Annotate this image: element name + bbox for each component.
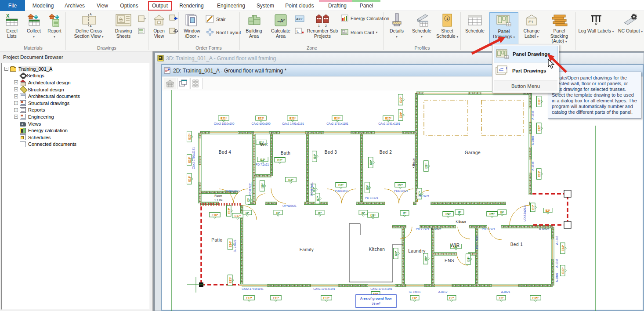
renumber-subprojects-button[interactable]: 12 Renumber Sub Projects [306, 12, 339, 46]
building-area-button[interactable]: Building Area [241, 12, 267, 46]
svg-text:I2*: I2* [247, 198, 250, 202]
tree-item-label: Structural drawings [28, 101, 69, 106]
dimension-label: PD 9x21 [419, 195, 430, 198]
panel-tag: E30* [537, 96, 543, 107]
cascade-windows-button[interactable] [177, 78, 189, 89]
dimension-label: UD 2.9x20.9 [523, 206, 526, 222]
new-sheet-icon[interactable] [138, 15, 147, 24]
sched-icon [20, 134, 26, 140]
tree-item-architectural-documents[interactable]: +Architectural documents [2, 93, 149, 100]
energy-calculation-button[interactable]: Energy Calculation [341, 14, 389, 22]
energy-calculation-icon [341, 14, 349, 22]
define-cross-section-button[interactable]: AA Define Cross Section View ▾ [68, 12, 109, 46]
nc-output-label: NC Output [618, 28, 640, 33]
tab-modeling[interactable]: Modeling [30, 0, 56, 11]
tree-expander[interactable]: + [14, 115, 18, 119]
tree-item-connected-documents[interactable]: +Connected documents [2, 141, 149, 148]
tree-expander[interactable]: + [14, 108, 18, 112]
window-3d-titlebar[interactable]: 3D: Training_001_A - Ground floor wall f… [155, 53, 644, 64]
svg-text:E6*: E6* [412, 297, 417, 300]
tree-expander[interactable]: + [14, 87, 18, 91]
tab-system[interactable]: System [254, 0, 277, 11]
sheet-schedule-button[interactable]: 1 Sheet Schedule ▾ [435, 12, 459, 46]
excel-lists-button[interactable]: X Excel Lists [2, 12, 22, 46]
collect-button[interactable]: Collect▾ [24, 12, 44, 46]
svg-text:I: I [506, 67, 507, 70]
panel-tag: I20* [369, 157, 375, 168]
profiles-schedule-button[interactable]: Schedule▾ [409, 12, 434, 46]
tab-output[interactable]: Output [148, 0, 172, 11]
panel-tag: I10* [260, 181, 266, 191]
profiles-schedule-caret: ▾ [421, 35, 423, 38]
panel-drawings-tooltip: Create/Open panel drawings for the selec… [548, 72, 641, 119]
svg-text:A=?: A=? [296, 17, 303, 21]
panel-tag: I16* [312, 151, 318, 162]
window-door-button[interactable]: Window /Door ▾ [180, 12, 204, 46]
tab-engineering[interactable]: Engineering [214, 0, 248, 11]
building-area-icon [246, 12, 262, 28]
svg-text:I3*: I3* [246, 211, 249, 214]
panel-tag: I26* [394, 248, 400, 259]
tree-item-label: Structural design [28, 87, 64, 92]
add-view-icon[interactable] [169, 14, 178, 24]
menu-item-part-drawings-label: Part Drawings [512, 68, 546, 73]
panel-tag: E25* [383, 116, 394, 122]
group-label-materials: Materials [2, 45, 65, 51]
drawing-sheets-button[interactable]: Drawing Sheets [110, 12, 137, 46]
menu-item-part-drawings[interactable]: I Part Drawings [494, 62, 557, 79]
stair-button[interactable]: Stair [206, 15, 226, 23]
tree-item-training-001-a[interactable]: −Training_001_A [2, 65, 149, 72]
nc-output-button[interactable]: NC Output ▾ [618, 12, 643, 46]
open-view-button[interactable]: Open View [149, 12, 169, 46]
report-button[interactable]: Report▾ [45, 12, 64, 46]
window-door-icon [185, 12, 199, 28]
report-label: Report [47, 28, 62, 33]
panel-tag: E1* [531, 203, 537, 212]
panel-tag: I29* [423, 253, 430, 264]
panel-stacking-icon [550, 12, 568, 28]
tree-item-schedules[interactable]: +Schedules [2, 134, 149, 141]
tree-item-settings[interactable]: +Settings [2, 72, 149, 80]
tab-archives[interactable]: Archives [62, 0, 88, 11]
tab-options[interactable]: Options [116, 0, 142, 11]
sheet-list-icon[interactable] [138, 28, 147, 36]
panel-stacking-button[interactable]: Panel Stacking (Auto) ▾ [544, 12, 574, 46]
floor-plan-canvas[interactable]: E21*E22*E23*E24*E25*E28*E27*E26*E20*E19*… [163, 89, 644, 311]
tree-item-energy-calculation[interactable]: +Energy calculation [2, 127, 149, 134]
tree-item-views[interactable]: +Views [2, 120, 149, 127]
tab-panel[interactable]: Panel [354, 0, 379, 11]
tree-expander[interactable]: − [4, 67, 8, 71]
roof-layout-button[interactable]: Roof Layout [206, 29, 241, 36]
svg-text:E33*: E33* [561, 267, 564, 274]
tree-item-engineering[interactable]: +Engineering [2, 113, 149, 120]
details-button[interactable]: Details▾ [385, 12, 408, 46]
panel-drawings-button[interactable]: Panel Drawings ▾ [489, 12, 518, 46]
tree-expander[interactable]: + [14, 94, 18, 98]
calculate-area-button[interactable]: =A² Calculate Area [268, 12, 293, 46]
tab-point-clouds[interactable]: Point clouds [282, 0, 317, 11]
model-view-button[interactable] [164, 78, 176, 89]
tab-rendering[interactable]: Rendering [177, 0, 206, 11]
svg-text:I5*: I5* [318, 211, 322, 214]
change-label-button[interactable]: E1 Change Label ▾ [520, 12, 543, 46]
tree-item-structural-drawings[interactable]: +Structural drawings [2, 100, 149, 107]
schedule-button[interactable]: Schedule [462, 12, 488, 46]
tree-expander[interactable]: + [14, 80, 18, 84]
tab-drafting[interactable]: Drafting [322, 0, 353, 11]
tree-item-reports[interactable]: +Reports [2, 107, 149, 114]
tree-expander[interactable]: + [14, 101, 18, 105]
tree-item-structural-design[interactable]: +Structural design [2, 86, 149, 93]
tile-windows-button[interactable] [190, 78, 203, 89]
tab-file[interactable]: File [0, 0, 25, 11]
menu-item-panel-drawings[interactable]: Panel Drawings [494, 46, 557, 62]
log-wall-labels-button[interactable]: Log Wall Labels ▾ [577, 12, 615, 46]
move-view-icon[interactable] [169, 28, 178, 37]
tree-item-architectural-design[interactable]: +Architectural design [2, 79, 149, 86]
room-card-button[interactable]: Room Card ▾ [341, 29, 377, 36]
svg-text:I12*: I12* [260, 158, 265, 161]
svg-text:E12*: E12* [246, 297, 253, 300]
area-boundary-icon[interactable]: L [295, 28, 304, 36]
svg-text:E18*: E18* [188, 175, 191, 182]
area-query-icon[interactable]: A=? [295, 15, 304, 24]
tab-view[interactable]: View [92, 0, 112, 11]
